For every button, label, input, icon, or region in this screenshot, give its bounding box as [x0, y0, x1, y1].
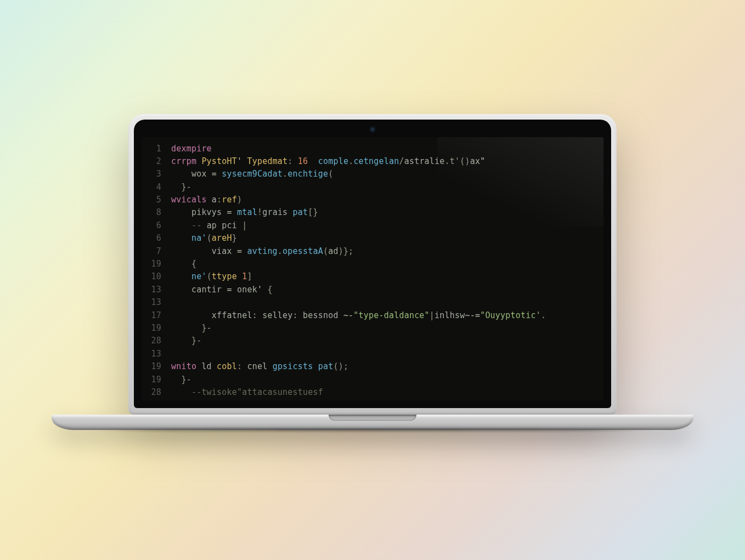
code-editor[interactable]: 1234586671910131317192813191928 dexmpire…: [142, 137, 603, 400]
laptop-device: 1234586671910131317192813191928 dexmpire…: [128, 114, 617, 430]
token-var: ax: [470, 156, 480, 166]
line-number: 8: [142, 206, 161, 219]
line-number: 13: [142, 284, 161, 296]
token-var: ad: [328, 246, 338, 256]
token-type: ref: [222, 195, 237, 205]
token-op: =: [227, 207, 237, 217]
line-number: 3: [142, 168, 161, 180]
code-line[interactable]: cantir = onek' {: [171, 284, 603, 296]
line-number: 19: [142, 258, 161, 270]
laptop-base: [52, 415, 693, 430]
token-var: inlhsw: [434, 310, 465, 320]
code-line[interactable]: na'(areH}: [171, 232, 603, 245]
token-var: selley: [262, 310, 292, 320]
token-var: grais: [262, 207, 292, 217]
token-var: astralie: [404, 156, 445, 166]
code-line[interactable]: wvicals a:ref): [171, 194, 603, 206]
token-pun: }-: [171, 182, 191, 192]
line-number: 19: [142, 322, 161, 335]
code-line[interactable]: }-: [171, 181, 603, 194]
token-op: =: [227, 285, 237, 295]
token-var: pikvys: [171, 207, 227, 217]
token-pun: {: [171, 259, 196, 269]
token-fn: mtal: [237, 207, 257, 217]
token-kw: wvicals: [171, 195, 212, 205]
code-line[interactable]: viax = avting.opesstaA(ad)};: [171, 245, 603, 258]
code-content[interactable]: dexmpirecrrpm PystoHT' Typedmat: 16 comp…: [171, 143, 603, 399]
token-fn: opesstaA: [283, 246, 323, 256]
token-pun: .: [348, 156, 353, 166]
code-line[interactable]: dexmpire: [171, 143, 603, 155]
token-op: ~-=: [465, 310, 480, 320]
token-pun: !: [257, 207, 262, 217]
token-op: =: [212, 169, 222, 179]
token-type: areH: [212, 233, 232, 243]
token-kw: dexmpire: [171, 144, 212, 154]
code-line[interactable]: {: [171, 258, 603, 270]
line-number: 28: [142, 386, 161, 399]
token-pun: ]: [247, 271, 252, 281]
code-line[interactable]: wox = sysecm9Cadat.enchtige(: [171, 168, 603, 180]
token-var: cnel: [247, 361, 273, 371]
laptop-lid: 1234586671910131317192813191928 dexmpire…: [128, 114, 617, 415]
webcam-icon: [370, 127, 375, 132]
token-var: wox: [171, 169, 212, 179]
code-line[interactable]: }-: [171, 335, 603, 347]
token-op: ": [480, 156, 485, 166]
token-op: ': [257, 285, 267, 295]
token-pun: :: [287, 156, 297, 166]
line-number: 13: [142, 348, 161, 360]
token-pun: ): [237, 195, 242, 205]
code-line[interactable]: crrpm PystoHT' Typedmat: 16 comple.cetng…: [171, 155, 603, 168]
line-number: 6: [142, 232, 161, 245]
screen-bezel: 1234586671910131317192813191928 dexmpire…: [134, 120, 611, 408]
token-var: viax: [171, 246, 237, 256]
token-type: Typedmat: [247, 156, 287, 166]
line-number: 19: [142, 374, 161, 386]
code-line[interactable]: xffatnel: selley: bessnod ~-"type-daldan…: [171, 309, 603, 322]
code-line[interactable]: ne'(ttype 1]: [171, 270, 603, 283]
code-line[interactable]: [171, 296, 603, 309]
token-pun: (: [207, 233, 212, 243]
token-cm: --twisoke"attacasunestuesf: [171, 387, 323, 397]
screen: 1234586671910131317192813191928 dexmpire…: [142, 137, 603, 400]
token-pun: [}: [308, 207, 318, 217]
token-var: a: [212, 195, 217, 205]
line-number: 1: [142, 143, 161, 155]
token-fn: ne': [171, 271, 207, 281]
token-pun: :: [237, 361, 247, 371]
token-fn: pat: [318, 361, 334, 371]
token-var: ld: [201, 361, 217, 371]
token-kw: wnito: [171, 361, 201, 371]
line-number: 17: [142, 309, 161, 322]
line-number: 2: [142, 155, 161, 168]
token-pun: (: [323, 246, 328, 256]
token-pun: .: [283, 169, 287, 179]
token-type: ttype: [212, 271, 242, 281]
token-pun: }-: [171, 375, 191, 384]
code-line[interactable]: }-: [171, 374, 603, 386]
token-var: cantir: [171, 285, 227, 295]
token-pun: :: [217, 195, 222, 205]
token-op: ~-: [343, 310, 353, 320]
token-pun: .: [278, 246, 283, 256]
token-pun: }-: [171, 336, 201, 346]
token-fn: enchtige: [287, 169, 328, 179]
token-cm: --: [171, 220, 207, 230]
token-var: onek: [237, 285, 257, 295]
line-number: 5: [142, 194, 161, 206]
token-var: xffatnel: [171, 310, 252, 320]
token-pun: }-: [171, 323, 212, 333]
token-fn: comple: [318, 156, 348, 166]
code-line[interactable]: --twisoke"attacasunestuesf: [171, 386, 603, 399]
code-line[interactable]: -- ap pci |: [171, 219, 603, 232]
code-line[interactable]: }-: [171, 322, 603, 335]
code-line[interactable]: wnito ld cobl: cnel gpsicsts pat();: [171, 360, 603, 373]
code-line[interactable]: [171, 348, 603, 360]
token-op: ': [237, 156, 247, 166]
code-line[interactable]: pikvys = mtal!grais pat[}: [171, 206, 603, 219]
token-str: "type-daldance": [353, 310, 429, 320]
token-kw: crrpm: [171, 156, 201, 166]
token-pun: {: [267, 285, 272, 295]
token-pun: ();: [333, 361, 348, 371]
